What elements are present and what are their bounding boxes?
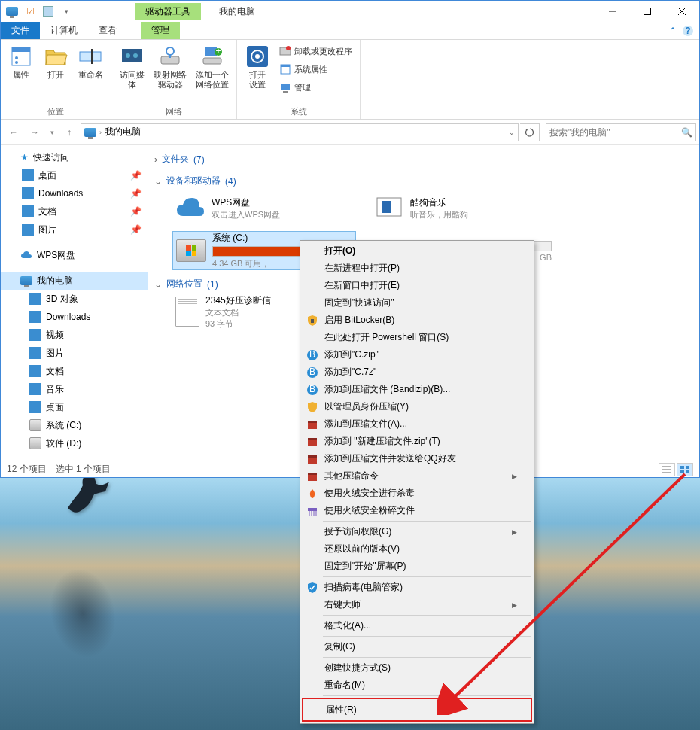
svg-rect-36 — [680, 470, 684, 473]
svg-rect-27 — [281, 84, 290, 90]
menu-huorong-shred[interactable]: 使用火绒安全粉碎文件 — [302, 502, 532, 519]
menu-open[interactable]: 打开(O) — [302, 242, 532, 260]
menu-create-shortcut[interactable]: 创建快捷方式(S) — [302, 659, 532, 677]
close-button[interactable] — [665, 1, 699, 22]
menu-restore-version[interactable]: 还原以前的版本(V) — [302, 540, 532, 558]
help-icon[interactable]: ? — [683, 26, 693, 36]
view-tiles-button[interactable] — [677, 463, 693, 476]
ribbon-group-system: 打开 设置 卸载或更改程序 系统属性 管理 系统 — [237, 40, 361, 119]
submenu-arrow-icon: ▶ — [512, 528, 517, 536]
breadcrumb-bar[interactable]: › 我的电脑 ⌄ — [81, 123, 519, 141]
ribbon-collapse-icon[interactable]: ⌃ — [669, 26, 677, 36]
menu-pin-quick-access[interactable]: 固定到"快速访问" — [302, 294, 532, 312]
svg-rect-17 — [203, 58, 221, 64]
bandizip-icon: B — [306, 349, 318, 361]
sidebar-pictures-2[interactable]: 图片 — [1, 344, 148, 362]
quick-access-toolbar: ☑ ▾ — [1, 3, 75, 20]
sidebar-quick-access[interactable]: ★快速访问 — [1, 148, 148, 166]
menu-add-new-zip[interactable]: 添加到 "新建压缩文件.zip"(T) — [302, 433, 532, 450]
item-kugou[interactable]: 酷狗音乐听音乐，用酷狗 — [371, 189, 555, 228]
maximize-button[interactable] — [630, 1, 665, 22]
sidebar-desktop-2[interactable]: 桌面 — [1, 398, 148, 416]
sidebar-3d-objects[interactable]: 3D 对象 — [1, 290, 148, 308]
sidebar-this-pc[interactable]: 我的电脑 — [1, 272, 148, 290]
svg-rect-8 — [80, 52, 101, 61]
qat-icon-2[interactable]: ☑ — [22, 3, 38, 20]
sidebar-downloads[interactable]: Downloads📌 — [1, 184, 148, 202]
tencent-shield-icon — [306, 582, 318, 594]
tab-manage[interactable]: 管理 — [141, 22, 180, 39]
open-button-ribbon[interactable]: 打开 — [40, 43, 72, 105]
context-menu: 打开(O) 在新进程中打开(P) 在新窗口中打开(E) 固定到"快速访问" 启用… — [300, 240, 534, 724]
menu-properties[interactable]: 属性(R) — [302, 698, 532, 722]
sidebar-desktop[interactable]: 桌面📌 — [1, 166, 148, 184]
menu-admin-compress[interactable]: 以管理员身份压缩(Y) — [302, 398, 532, 415]
menu-add-c7z[interactable]: B添加到"C.7z" — [302, 363, 532, 381]
up-button[interactable]: ↑ — [59, 123, 79, 142]
ribbon-group-network: 访问媒体 映射网络 驱动器 +添加一个 网络位置 网络 — [111, 40, 237, 119]
qat-icon-1[interactable] — [4, 3, 20, 20]
archive-icon — [306, 436, 318, 448]
menu-powershell[interactable]: 在此处打开 Powershell 窗口(S) — [302, 329, 532, 346]
menu-add-archive-a[interactable]: 添加到压缩文件(A)... — [302, 415, 532, 433]
rename-button-ribbon[interactable]: 重命名 — [75, 43, 106, 105]
sidebar-drive-d[interactable]: 软件 (D:) — [1, 434, 148, 452]
history-dropdown[interactable]: ▾ — [46, 123, 58, 142]
menu-copy[interactable]: 复制(C) — [302, 638, 532, 655]
sidebar-documents-2[interactable]: 文档 — [1, 362, 148, 380]
qat-dropdown[interactable]: ▾ — [58, 3, 75, 20]
menu-grant-access[interactable]: 授予访问权限(G)▶ — [302, 523, 532, 540]
breadcrumb-item[interactable]: 我的电脑 — [105, 126, 141, 138]
section-drives-header[interactable]: ⌄设备和驱动器 (4) — [154, 173, 699, 189]
svg-point-24 — [286, 46, 291, 50]
access-media-button[interactable]: 访问媒体 — [116, 43, 148, 105]
search-input[interactable] — [549, 127, 678, 138]
tab-file[interactable]: 文件 — [1, 22, 40, 39]
properties-button[interactable]: 属性 — [5, 43, 37, 105]
sidebar-downloads-2[interactable]: Downloads — [1, 308, 148, 326]
drive-icon — [29, 419, 41, 431]
minimize-button[interactable] — [595, 1, 630, 22]
open-settings-button[interactable]: 打开 设置 — [242, 43, 273, 105]
archive-icon — [306, 418, 318, 430]
menu-tencent-scan[interactable]: 扫描病毒(电脑管家) — [302, 579, 532, 596]
menu-open-new-window[interactable]: 在新窗口中打开(E) — [302, 277, 532, 294]
menu-other-compress[interactable]: 其他压缩命令▶ — [302, 467, 532, 485]
drive-icon — [176, 236, 206, 266]
item-wps-drive[interactable]: WPS网盘双击进入WPS网盘 — [172, 189, 356, 228]
sidebar-wps[interactable]: WPS网盘 — [1, 246, 148, 264]
menu-format[interactable]: 格式化(A)... — [302, 617, 532, 634]
menu-open-new-process[interactable]: 在新进程中打开(P) — [302, 260, 532, 277]
search-box[interactable]: 🔍 — [546, 123, 696, 141]
system-properties-button[interactable]: 系统属性 — [276, 61, 355, 78]
menu-add-bandizip[interactable]: B添加到压缩文件 (Bandizip)(B)... — [302, 381, 532, 398]
map-drive-button[interactable]: 映射网络 驱动器 — [151, 43, 190, 105]
sidebar-pictures[interactable]: 图片📌 — [1, 221, 148, 239]
section-folders-header[interactable]: ›文件夹 (7) — [154, 151, 699, 167]
tab-computer[interactable]: 计算机 — [40, 22, 88, 39]
menu-add-czip[interactable]: B添加到"C.zip" — [302, 346, 532, 363]
sidebar-documents[interactable]: 文档📌 — [1, 202, 148, 221]
uninstall-button[interactable]: 卸载或更改程序 — [276, 43, 355, 59]
manage-button[interactable]: 管理 — [276, 79, 355, 96]
svg-rect-28 — [283, 91, 288, 93]
view-details-button[interactable] — [659, 463, 675, 476]
qat-icon-3[interactable] — [40, 3, 56, 20]
tab-view[interactable]: 查看 — [88, 22, 127, 39]
menu-rename[interactable]: 重命名(M) — [302, 677, 532, 694]
menu-pin-start[interactable]: 固定到"开始"屏幕(P) — [302, 558, 532, 575]
refresh-button[interactable] — [520, 123, 540, 141]
menu-add-send-qq[interactable]: 添加到压缩文件并发送给QQ好友 — [302, 450, 532, 467]
menu-huorong-scan[interactable]: 使用火绒安全进行杀毒 — [302, 485, 532, 502]
pictures-icon — [22, 224, 34, 236]
forward-button[interactable]: → — [25, 123, 44, 142]
back-button[interactable]: ← — [4, 123, 23, 142]
breadcrumb-dropdown[interactable]: ⌄ — [509, 129, 515, 136]
menu-bitlocker[interactable]: 启用 BitLocker(B) — [302, 312, 532, 329]
sidebar-drive-c[interactable]: 系统 (C:) — [1, 416, 148, 434]
search-icon[interactable]: 🔍 — [681, 127, 692, 138]
sidebar-music[interactable]: 音乐 — [1, 380, 148, 398]
add-network-location-button[interactable]: +添加一个 网络位置 — [193, 43, 232, 105]
sidebar-videos[interactable]: 视频 — [1, 326, 148, 344]
menu-right-master[interactable]: 右键大师▶ — [302, 596, 532, 613]
